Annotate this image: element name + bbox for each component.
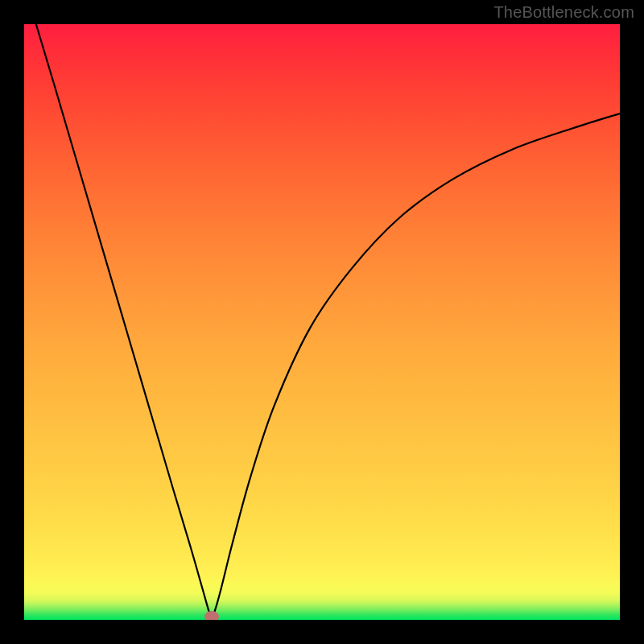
- chart-frame: TheBottleneck.com: [0, 0, 644, 644]
- optimal-point-marker: [204, 611, 219, 620]
- plot-area: [24, 24, 620, 620]
- watermark-text: TheBottleneck.com: [493, 3, 634, 22]
- bottleneck-curve: [24, 24, 620, 620]
